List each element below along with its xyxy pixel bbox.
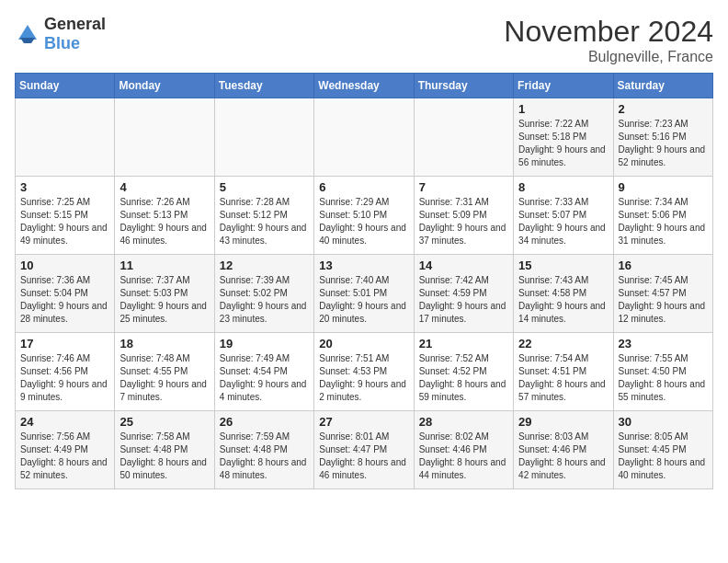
day-info: Sunrise: 7:43 AM Sunset: 4:58 PM Dayligh… bbox=[518, 274, 608, 326]
day-info: Sunrise: 7:46 AM Sunset: 4:56 PM Dayligh… bbox=[20, 352, 109, 404]
calendar-cell: 2Sunrise: 7:23 AM Sunset: 5:16 PM Daylig… bbox=[613, 98, 712, 177]
day-info: Sunrise: 7:42 AM Sunset: 4:59 PM Dayligh… bbox=[419, 274, 508, 326]
calendar-cell bbox=[115, 98, 214, 177]
calendar-cell: 9Sunrise: 7:34 AM Sunset: 5:06 PM Daylig… bbox=[613, 177, 712, 255]
calendar-week-3: 10Sunrise: 7:36 AM Sunset: 5:04 PM Dayli… bbox=[16, 255, 713, 333]
calendar-cell: 26Sunrise: 7:59 AM Sunset: 4:48 PM Dayli… bbox=[214, 411, 313, 489]
calendar-cell: 16Sunrise: 7:45 AM Sunset: 4:57 PM Dayli… bbox=[613, 255, 712, 333]
calendar-cell: 28Sunrise: 8:02 AM Sunset: 4:46 PM Dayli… bbox=[414, 411, 513, 489]
day-info: Sunrise: 7:48 AM Sunset: 4:55 PM Dayligh… bbox=[119, 352, 209, 404]
calendar-week-2: 3Sunrise: 7:25 AM Sunset: 5:15 PM Daylig… bbox=[16, 177, 713, 255]
day-info: Sunrise: 8:02 AM Sunset: 4:46 PM Dayligh… bbox=[419, 431, 508, 482]
day-number: 20 bbox=[319, 337, 408, 350]
day-number: 25 bbox=[119, 415, 209, 429]
calendar-cell: 12Sunrise: 7:39 AM Sunset: 5:02 PM Dayli… bbox=[214, 255, 313, 333]
day-number: 9 bbox=[619, 180, 708, 194]
day-info: Sunrise: 8:03 AM Sunset: 4:46 PM Dayligh… bbox=[518, 431, 608, 482]
day-number: 30 bbox=[619, 415, 708, 429]
day-info: Sunrise: 7:25 AM Sunset: 5:15 PM Dayligh… bbox=[20, 196, 109, 247]
calendar-week-5: 24Sunrise: 7:56 AM Sunset: 4:49 PM Dayli… bbox=[16, 411, 713, 489]
svg-marker-1 bbox=[20, 38, 35, 43]
day-number: 27 bbox=[319, 415, 408, 429]
weekday-header-friday: Friday bbox=[514, 74, 613, 98]
logo-icon bbox=[15, 21, 40, 47]
day-number: 4 bbox=[119, 180, 209, 194]
logo-text-general: General bbox=[44, 15, 106, 33]
calendar-cell: 21Sunrise: 7:52 AM Sunset: 4:52 PM Dayli… bbox=[414, 333, 513, 411]
calendar-cell bbox=[16, 98, 115, 177]
day-info: Sunrise: 7:34 AM Sunset: 5:06 PM Dayligh… bbox=[619, 196, 708, 247]
month-title: November 2024 bbox=[504, 15, 713, 49]
calendar-cell: 30Sunrise: 8:05 AM Sunset: 4:45 PM Dayli… bbox=[613, 411, 712, 489]
svg-marker-0 bbox=[18, 25, 37, 40]
weekday-header-tuesday: Tuesday bbox=[214, 74, 313, 98]
calendar-cell: 4Sunrise: 7:26 AM Sunset: 5:13 PM Daylig… bbox=[115, 177, 214, 255]
day-info: Sunrise: 7:36 AM Sunset: 5:04 PM Dayligh… bbox=[20, 274, 109, 326]
calendar-cell: 15Sunrise: 7:43 AM Sunset: 4:58 PM Dayli… bbox=[514, 255, 613, 333]
day-info: Sunrise: 7:29 AM Sunset: 5:10 PM Dayligh… bbox=[319, 196, 408, 247]
page-header: General Blue November 2024 Bulgneville, … bbox=[15, 15, 713, 65]
calendar-cell: 1Sunrise: 7:22 AM Sunset: 5:18 PM Daylig… bbox=[514, 98, 613, 177]
calendar-cell: 27Sunrise: 8:01 AM Sunset: 4:47 PM Dayli… bbox=[314, 411, 414, 489]
day-number: 14 bbox=[419, 259, 508, 272]
calendar-cell: 22Sunrise: 7:54 AM Sunset: 4:51 PM Dayli… bbox=[514, 333, 613, 411]
weekday-header-sunday: Sunday bbox=[16, 74, 115, 98]
day-number: 13 bbox=[319, 259, 408, 272]
day-number: 29 bbox=[518, 415, 608, 429]
weekday-header-saturday: Saturday bbox=[613, 74, 712, 98]
day-number: 10 bbox=[20, 259, 109, 272]
day-number: 8 bbox=[518, 180, 608, 194]
calendar-cell: 29Sunrise: 8:03 AM Sunset: 4:46 PM Dayli… bbox=[514, 411, 613, 489]
day-number: 19 bbox=[220, 337, 309, 350]
day-info: Sunrise: 7:23 AM Sunset: 5:16 PM Dayligh… bbox=[619, 118, 708, 169]
calendar-cell bbox=[414, 98, 513, 177]
day-info: Sunrise: 7:52 AM Sunset: 4:52 PM Dayligh… bbox=[419, 352, 508, 404]
day-number: 7 bbox=[419, 180, 508, 194]
day-info: Sunrise: 7:22 AM Sunset: 5:18 PM Dayligh… bbox=[518, 118, 608, 169]
day-number: 28 bbox=[419, 415, 508, 429]
logo: General Blue bbox=[15, 15, 106, 53]
day-info: Sunrise: 7:39 AM Sunset: 5:02 PM Dayligh… bbox=[220, 274, 309, 326]
calendar-cell: 17Sunrise: 7:46 AM Sunset: 4:56 PM Dayli… bbox=[16, 333, 115, 411]
day-number: 2 bbox=[619, 102, 708, 116]
day-info: Sunrise: 7:31 AM Sunset: 5:09 PM Dayligh… bbox=[419, 196, 508, 247]
day-number: 18 bbox=[119, 337, 209, 350]
calendar-cell: 24Sunrise: 7:56 AM Sunset: 4:49 PM Dayli… bbox=[16, 411, 115, 489]
calendar-cell: 10Sunrise: 7:36 AM Sunset: 5:04 PM Dayli… bbox=[16, 255, 115, 333]
calendar-cell: 3Sunrise: 7:25 AM Sunset: 5:15 PM Daylig… bbox=[16, 177, 115, 255]
calendar-table: SundayMondayTuesdayWednesdayThursdayFrid… bbox=[15, 73, 713, 489]
calendar-cell: 20Sunrise: 7:51 AM Sunset: 4:53 PM Dayli… bbox=[314, 333, 414, 411]
day-info: Sunrise: 7:33 AM Sunset: 5:07 PM Dayligh… bbox=[518, 196, 608, 247]
day-number: 22 bbox=[518, 337, 608, 350]
title-block: November 2024 Bulgneville, France bbox=[504, 15, 713, 65]
day-number: 23 bbox=[619, 337, 708, 350]
logo-text-blue: Blue bbox=[44, 34, 80, 52]
day-number: 17 bbox=[20, 337, 109, 350]
calendar-cell: 18Sunrise: 7:48 AM Sunset: 4:55 PM Dayli… bbox=[115, 333, 214, 411]
calendar-cell: 8Sunrise: 7:33 AM Sunset: 5:07 PM Daylig… bbox=[514, 177, 613, 255]
calendar-cell: 19Sunrise: 7:49 AM Sunset: 4:54 PM Dayli… bbox=[214, 333, 313, 411]
calendar-cell bbox=[214, 98, 313, 177]
day-number: 3 bbox=[20, 180, 109, 194]
calendar-cell: 7Sunrise: 7:31 AM Sunset: 5:09 PM Daylig… bbox=[414, 177, 513, 255]
calendar-cell: 5Sunrise: 7:28 AM Sunset: 5:12 PM Daylig… bbox=[214, 177, 313, 255]
day-number: 12 bbox=[220, 259, 309, 272]
calendar-cell: 23Sunrise: 7:55 AM Sunset: 4:50 PM Dayli… bbox=[613, 333, 712, 411]
day-number: 21 bbox=[419, 337, 508, 350]
day-info: Sunrise: 7:28 AM Sunset: 5:12 PM Dayligh… bbox=[220, 196, 309, 247]
calendar-cell: 13Sunrise: 7:40 AM Sunset: 5:01 PM Dayli… bbox=[314, 255, 414, 333]
day-info: Sunrise: 7:54 AM Sunset: 4:51 PM Dayligh… bbox=[518, 352, 608, 404]
day-info: Sunrise: 7:49 AM Sunset: 4:54 PM Dayligh… bbox=[220, 352, 309, 404]
calendar-cell: 25Sunrise: 7:58 AM Sunset: 4:48 PM Dayli… bbox=[115, 411, 214, 489]
day-number: 15 bbox=[518, 259, 608, 272]
calendar-cell: 14Sunrise: 7:42 AM Sunset: 4:59 PM Dayli… bbox=[414, 255, 513, 333]
weekday-header-thursday: Thursday bbox=[414, 74, 513, 98]
day-number: 5 bbox=[220, 180, 309, 194]
day-info: Sunrise: 7:37 AM Sunset: 5:03 PM Dayligh… bbox=[119, 274, 209, 326]
day-info: Sunrise: 8:01 AM Sunset: 4:47 PM Dayligh… bbox=[319, 431, 408, 482]
day-info: Sunrise: 7:40 AM Sunset: 5:01 PM Dayligh… bbox=[319, 274, 408, 326]
day-number: 11 bbox=[119, 259, 209, 272]
calendar-week-4: 17Sunrise: 7:46 AM Sunset: 4:56 PM Dayli… bbox=[16, 333, 713, 411]
day-info: Sunrise: 7:55 AM Sunset: 4:50 PM Dayligh… bbox=[619, 352, 708, 404]
day-info: Sunrise: 8:05 AM Sunset: 4:45 PM Dayligh… bbox=[619, 431, 708, 482]
